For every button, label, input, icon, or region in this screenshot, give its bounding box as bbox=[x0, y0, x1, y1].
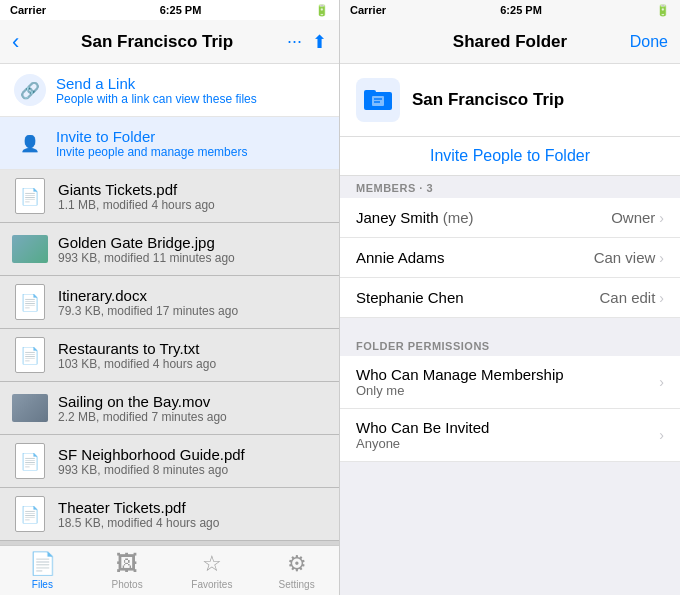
tab-files[interactable]: 📄 Files bbox=[0, 546, 85, 595]
left-status-bar: Carrier 6:25 PM 🔋 bbox=[0, 0, 339, 20]
right-time: 6:25 PM bbox=[500, 4, 542, 16]
chevron-right-icon: › bbox=[659, 374, 664, 390]
right-battery: 🔋 bbox=[656, 4, 670, 17]
perm-invited-value: Anyone bbox=[356, 436, 489, 451]
file-item[interactable]: 📄 SF Neighborhood Guide.pdf 993 KB, modi… bbox=[0, 435, 339, 488]
chevron-right-icon: › bbox=[659, 250, 664, 266]
file-item[interactable]: 📄 Giants Tickets.pdf 1.1 MB, modified 4 … bbox=[0, 170, 339, 223]
file-meta: 1.1 MB, modified 4 hours ago bbox=[58, 198, 215, 212]
photos-icon: 🖼 bbox=[116, 551, 138, 577]
more-icon[interactable]: ··· bbox=[287, 31, 302, 53]
file-name: Itinerary.docx bbox=[58, 287, 238, 304]
tab-bar: 📄 Files 🖼 Photos ☆ Favorites ⚙ Settings bbox=[0, 545, 339, 595]
folder-icon bbox=[356, 78, 400, 122]
file-meta: 993 KB, modified 8 minutes ago bbox=[58, 463, 245, 477]
invite-icon: 👤 bbox=[14, 127, 46, 159]
send-link-item[interactable]: 🔗 Send a Link People with a link can vie… bbox=[0, 64, 339, 117]
tab-settings[interactable]: ⚙ Settings bbox=[254, 546, 339, 595]
nav-icons: ··· ⬆ bbox=[287, 31, 327, 53]
menu-items: 🔗 Send a Link People with a link can vie… bbox=[0, 64, 339, 170]
file-name: Restaurants to Try.txt bbox=[58, 340, 216, 357]
right-nav-title: Shared Folder bbox=[453, 32, 567, 52]
right-nav-bar: Shared Folder Done bbox=[340, 20, 680, 64]
left-nav-title: San Francisco Trip bbox=[27, 32, 287, 52]
file-icon bbox=[12, 231, 48, 267]
member-role-annie: Can view bbox=[594, 249, 656, 266]
right-panel: Carrier 6:25 PM 🔋 Shared Folder Done San… bbox=[340, 0, 680, 595]
right-status-bar: Carrier 6:25 PM 🔋 bbox=[340, 0, 680, 20]
file-item[interactable]: 📄 Itinerary.docx 79.3 KB, modified 17 mi… bbox=[0, 276, 339, 329]
file-meta: 79.3 KB, modified 17 minutes ago bbox=[58, 304, 238, 318]
invite-folder-subtitle: Invite people and manage members bbox=[56, 145, 247, 159]
file-meta: 993 KB, modified 11 minutes ago bbox=[58, 251, 235, 265]
perm-invited-title: Who Can Be Invited bbox=[356, 419, 489, 436]
member-annie[interactable]: Annie Adams Can view › bbox=[340, 238, 680, 278]
link-icon: 🔗 bbox=[14, 74, 46, 106]
invite-folder-item[interactable]: 👤 Invite to Folder Invite people and man… bbox=[0, 117, 339, 170]
tab-favorites-label: Favorites bbox=[191, 579, 232, 590]
tab-photos-label: Photos bbox=[112, 579, 143, 590]
perm-manage-value: Only me bbox=[356, 383, 564, 398]
member-name-janey: Janey Smith (me) bbox=[356, 209, 474, 226]
left-battery: 🔋 bbox=[315, 4, 329, 17]
file-name: Giants Tickets.pdf bbox=[58, 181, 215, 198]
send-link-title: Send a Link bbox=[56, 75, 257, 92]
tab-favorites[interactable]: ☆ Favorites bbox=[170, 546, 255, 595]
file-icon bbox=[12, 390, 48, 426]
right-carrier: Carrier bbox=[350, 4, 386, 16]
file-icon: 📄 bbox=[12, 496, 48, 532]
file-list: 📄 Giants Tickets.pdf 1.1 MB, modified 4 … bbox=[0, 170, 339, 545]
favorites-icon: ☆ bbox=[202, 551, 222, 577]
member-stephanie[interactable]: Stephanie Chen Can edit › bbox=[340, 278, 680, 318]
permission-can-be-invited[interactable]: Who Can Be Invited Anyone › bbox=[340, 409, 680, 462]
done-button[interactable]: Done bbox=[630, 33, 668, 51]
tab-files-label: Files bbox=[32, 579, 53, 590]
files-icon: 📄 bbox=[29, 551, 56, 577]
file-name: Golden Gate Bridge.jpg bbox=[58, 234, 235, 251]
file-name: SF Neighborhood Guide.pdf bbox=[58, 446, 245, 463]
file-icon: 📄 bbox=[12, 284, 48, 320]
invite-folder-title: Invite to Folder bbox=[56, 128, 247, 145]
perm-manage-title: Who Can Manage Membership bbox=[356, 366, 564, 383]
file-meta: 103 KB, modified 4 hours ago bbox=[58, 357, 216, 371]
member-name-annie: Annie Adams bbox=[356, 249, 444, 266]
chevron-right-icon: › bbox=[659, 290, 664, 306]
file-icon: 📄 bbox=[12, 337, 48, 373]
left-nav-bar: ‹ San Francisco Trip ··· ⬆ bbox=[0, 20, 339, 64]
file-icon: 📄 bbox=[12, 443, 48, 479]
back-button[interactable]: ‹ bbox=[12, 29, 19, 55]
send-link-subtitle: People with a link can view these files bbox=[56, 92, 257, 106]
file-item[interactable]: 📄 Theater Tickets.pdf 18.5 KB, modified … bbox=[0, 488, 339, 541]
file-item[interactable]: Sailing on the Bay.mov 2.2 MB, modified … bbox=[0, 382, 339, 435]
file-item[interactable]: Golden Gate Bridge.jpg 993 KB, modified … bbox=[0, 223, 339, 276]
members-section-header: MEMBERS · 3 bbox=[340, 176, 680, 198]
left-panel: Carrier 6:25 PM 🔋 ‹ San Francisco Trip ·… bbox=[0, 0, 340, 595]
invite-people-button[interactable]: Invite People to Folder bbox=[430, 147, 590, 164]
member-janey[interactable]: Janey Smith (me) Owner › bbox=[340, 198, 680, 238]
share-icon[interactable]: ⬆ bbox=[312, 31, 327, 53]
member-role-stephanie: Can edit bbox=[599, 289, 655, 306]
permissions-section-header: FOLDER PERMISSIONS bbox=[340, 334, 680, 356]
file-item[interactable]: 📄 Restaurants to Try.txt 103 KB, modifie… bbox=[0, 329, 339, 382]
file-icon: 📄 bbox=[12, 178, 48, 214]
file-meta: 18.5 KB, modified 4 hours ago bbox=[58, 516, 219, 530]
shared-folder-name: San Francisco Trip bbox=[412, 90, 564, 110]
section-gap bbox=[340, 318, 680, 334]
chevron-right-icon: › bbox=[659, 210, 664, 226]
permission-manage-membership[interactable]: Who Can Manage Membership Only me › bbox=[340, 356, 680, 409]
folder-header: San Francisco Trip bbox=[340, 64, 680, 137]
left-time: 6:25 PM bbox=[160, 4, 202, 16]
tab-settings-label: Settings bbox=[279, 579, 315, 590]
svg-rect-2 bbox=[372, 96, 384, 106]
invite-people-row[interactable]: Invite People to Folder bbox=[340, 137, 680, 176]
file-name: Sailing on the Bay.mov bbox=[58, 393, 227, 410]
member-name-stephanie: Stephanie Chen bbox=[356, 289, 464, 306]
member-role-janey: Owner bbox=[611, 209, 655, 226]
svg-rect-1 bbox=[364, 90, 376, 96]
file-name: Theater Tickets.pdf bbox=[58, 499, 219, 516]
chevron-right-icon: › bbox=[659, 427, 664, 443]
file-meta: 2.2 MB, modified 7 minutes ago bbox=[58, 410, 227, 424]
tab-photos[interactable]: 🖼 Photos bbox=[85, 546, 170, 595]
settings-icon: ⚙ bbox=[287, 551, 307, 577]
left-carrier: Carrier bbox=[10, 4, 46, 16]
